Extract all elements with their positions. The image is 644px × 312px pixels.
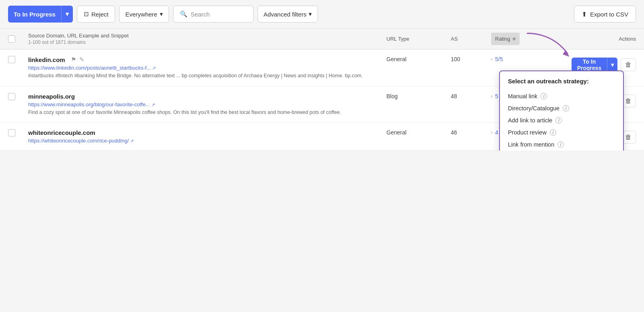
search-label: Search [191, 11, 210, 18]
to-in-progress-caret[interactable]: ▾ [61, 6, 73, 23]
url-type: General [386, 129, 451, 136]
domain-url[interactable]: https://whiteonricecouple.com/rice-puddi… [28, 138, 386, 144]
source-col-label: Source Domain, URL Example and Snippet [28, 33, 386, 39]
export-csv-button[interactable]: ⬆ Export to CSV [574, 6, 636, 23]
edit-icon[interactable]: ✎ [79, 56, 85, 63]
domain-count: 1-100 out of 1871 domains [28, 39, 386, 45]
delete-icon: 🗑 [625, 134, 632, 141]
outreach-manual-label: Manual link [508, 93, 537, 99]
domain-snippet: #startbucks #fintech #banking Mind the B… [28, 72, 386, 80]
rating-cell: › 5/5 [491, 56, 572, 62]
link-mention-info-icon[interactable]: i [557, 141, 564, 148]
table-header: Source Domain, URL Example and Snippet 1… [0, 29, 644, 50]
export-icon: ⬆ [582, 10, 587, 18]
rating-col-header[interactable]: Rating ≡ [491, 33, 572, 45]
rating-chevron: › [491, 56, 493, 62]
reject-icon: ⊡ [84, 10, 89, 18]
row-checkbox[interactable] [8, 56, 28, 63]
url-type: General [386, 56, 451, 62]
delete-icon: 🗑 [625, 61, 632, 68]
row-to-in-progress-label: To In Progress [572, 58, 607, 72]
filter-icon[interactable]: ≡ [513, 36, 516, 42]
directory-info-icon[interactable]: i [563, 105, 569, 112]
outreach-add-link[interactable]: Add link to article i [508, 114, 615, 126]
outreach-directory[interactable]: Directory/Catalogue i [508, 102, 615, 114]
rating-col-label[interactable]: Rating ≡ [491, 33, 520, 45]
table-row: linkedin.com ⚑ ✎ https://www.linkedin.co… [0, 50, 644, 87]
chevron-down-icon: ▾ [160, 10, 163, 18]
domain-snippet: Find a cozy spot at one of our favorite … [28, 109, 386, 116]
outreach-product-review[interactable]: Product review i [508, 126, 615, 138]
domain-name: linkedin.com [28, 56, 65, 63]
reject-button[interactable]: ⊡ Reject [77, 6, 116, 23]
outreach-manual-link[interactable]: Manual link i [508, 90, 615, 102]
search-button[interactable]: 🔍 Search [173, 6, 254, 23]
row-to-in-progress-button[interactable]: To In Progress ▾ [572, 58, 617, 72]
everywhere-dropdown[interactable]: Everywhere ▾ [119, 6, 169, 23]
bookmark-icon[interactable]: ⚑ [71, 56, 76, 63]
select-all-checkbox[interactable] [8, 35, 15, 43]
advanced-filters-label: Advanced filters [264, 11, 307, 18]
delete-icon: 🗑 [625, 97, 632, 104]
domain-name: whiteonricecouple.com [28, 129, 386, 136]
toolbar: To In Progress ▾ ⊡ Reject Everywhere ▾ 🔍… [0, 0, 644, 29]
domain-name: minneapolis.org [28, 93, 386, 100]
outreach-product-review-label: Product review [508, 129, 547, 136]
product-review-info-icon[interactable]: i [550, 129, 556, 136]
domain-info: whiteonricecouple.com https://whiteonric… [28, 129, 386, 144]
outreach-add-link-label: Add link to article [508, 117, 552, 124]
rating-value: 4 [495, 129, 498, 136]
outreach-link-mention-label: Link from mention [508, 141, 554, 148]
advanced-filters-dropdown[interactable]: Advanced filters ▾ [258, 6, 318, 23]
as-value: 48 [451, 93, 491, 99]
search-icon: 🔍 [180, 10, 188, 18]
as-value: 46 [451, 129, 491, 136]
add-link-info-icon[interactable]: i [555, 117, 562, 124]
domain-icons: ⚑ ✎ [71, 56, 85, 63]
domain-info: minneapolis.org https://www.minneapolis.… [28, 93, 386, 116]
row-actions: To In Progress ▾ 🗑 [572, 56, 636, 72]
to-in-progress-label: To In Progress [8, 6, 61, 23]
rating-chevron: › [491, 93, 493, 99]
row-checkbox[interactable] [8, 93, 28, 100]
chevron-down-icon: ▾ [309, 10, 312, 18]
chevron-down-icon: ▾ [66, 10, 69, 18]
outreach-directory-label: Directory/Catalogue [508, 105, 559, 112]
outreach-title: Select an outreach strategy: [508, 78, 615, 85]
domain-info: linkedin.com ⚑ ✎ https://www.linkedin.co… [28, 56, 386, 80]
actions-col-header: Actions [572, 36, 636, 42]
source-col-header: Source Domain, URL Example and Snippet 1… [28, 33, 386, 45]
to-in-progress-button[interactable]: To In Progress ▾ [8, 6, 73, 23]
manual-link-info-icon[interactable]: i [541, 93, 547, 99]
everywhere-label: Everywhere [125, 11, 157, 18]
urltype-col-header: URL Type [386, 36, 451, 42]
domain-url[interactable]: https://www.linkedin.com/posts/aonetti_s… [28, 65, 386, 71]
rating-chevron: › [491, 130, 493, 135]
url-type: Blog [386, 93, 451, 99]
outreach-strategy-dropdown: Select an outreach strategy: Manual link… [499, 70, 624, 151]
row-checkbox[interactable] [8, 129, 28, 136]
as-col-header: AS [451, 36, 491, 42]
reject-label: Reject [91, 11, 109, 18]
row-to-in-progress-caret[interactable]: ▾ [607, 58, 617, 72]
outreach-link-from-mention[interactable]: Link from mention i [508, 138, 615, 151]
as-value: 100 [451, 56, 491, 62]
rating-value: 5 [495, 93, 498, 99]
rating-value: 5/5 [495, 56, 503, 62]
row-delete-button[interactable]: 🗑 [621, 58, 636, 71]
export-label: Export to CSV [590, 11, 628, 18]
domain-url[interactable]: https://www.minneapolis.org/blog/our-fav… [28, 101, 386, 107]
header-checkbox-col [8, 35, 28, 43]
